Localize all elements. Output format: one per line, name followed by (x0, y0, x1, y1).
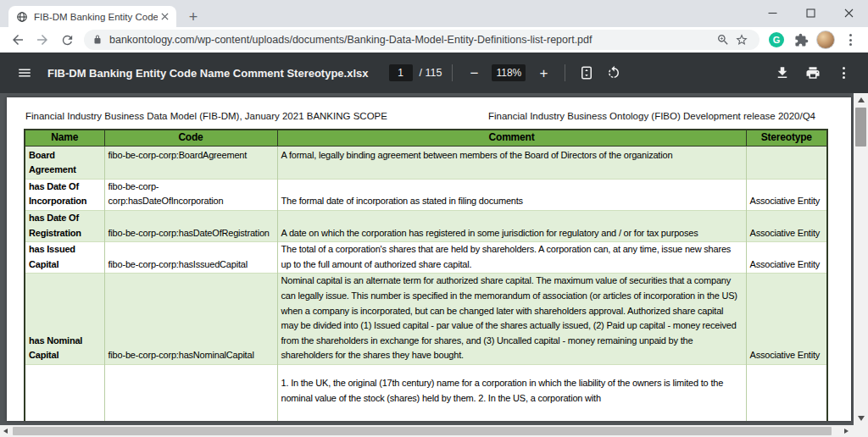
scrollbar-corner (854, 425, 868, 437)
table-row: has Date Of Registrationfibo-be-corp-cor… (25, 210, 827, 241)
table-row: has Nominal Capitalfibo-be-corp-corp:has… (25, 274, 827, 365)
table-row: 1. In the UK, the original (17th century… (25, 364, 827, 421)
cell-stereotype: Associative Entity (746, 274, 827, 365)
scroll-right-icon[interactable] (844, 429, 849, 434)
cell-code: fibo-be-corp-corp:hasNominalCapital (104, 274, 277, 365)
cell-code: fibo-be-corp-corp:hasDateOfRegistration (104, 210, 277, 241)
column-header: Code (104, 130, 277, 146)
vertical-scrollbar-thumb[interactable] (855, 108, 866, 147)
table-header-row: NameCodeCommentStereotype (25, 130, 827, 146)
cell-comment: A formal, legally binding agreement betw… (277, 146, 746, 179)
rotate-icon[interactable] (603, 62, 625, 84)
extensions-puzzle-icon[interactable] (790, 29, 812, 51)
zoom-in-page-icon[interactable] (714, 30, 732, 49)
column-header: Comment (277, 130, 746, 146)
browser-toolbar: bankontology.com/wp-content/uploads/docu… (0, 27, 868, 53)
cell-comment: The formal date of incorporation as stat… (277, 179, 746, 210)
horizontal-scrollbar[interactable] (0, 425, 854, 437)
cell-stereotype (746, 146, 827, 179)
close-button[interactable] (830, 0, 868, 26)
minimize-button[interactable] (754, 0, 792, 26)
lock-icon (92, 35, 103, 45)
fit-to-page-icon[interactable] (576, 62, 598, 84)
pdf-filename: FIB-DM Banking Entity Code Name Comment … (47, 67, 369, 80)
address-bar[interactable]: bankontology.com/wp-content/uploads/docu… (84, 30, 760, 50)
cell-code: fibo-be-corp-corp:hasIssuedCapital (104, 242, 277, 274)
cell-comment: Nominal capital is an alternate term for… (277, 274, 746, 365)
browser-menu-icon[interactable] (839, 29, 861, 51)
zoom-out-button[interactable]: − (463, 62, 485, 84)
tab-title: FIB-DM Banking Entity Code Nam (34, 12, 158, 22)
cell-comment: A date on which the corporation has regi… (277, 210, 746, 241)
cell-comment: 1. In the UK, the original (17th century… (277, 364, 746, 421)
print-icon[interactable] (802, 62, 824, 84)
title-bar: FIB-DM Banking Entity Code Nam + (0, 0, 868, 27)
zoom-level-input[interactable]: 118% (492, 64, 526, 81)
toolbar-separator (452, 64, 453, 81)
forward-icon[interactable] (31, 29, 53, 51)
horizontal-scrollbar-thumb[interactable] (13, 427, 832, 435)
cell-name (25, 364, 104, 421)
cell-code: fibo-be-corp-corp:BoardAgreement (104, 146, 277, 179)
scroll-up-icon[interactable] (858, 97, 865, 102)
cell-code (104, 364, 277, 421)
column-header: Name (25, 130, 104, 146)
cell-name: has Date Of Registration (25, 210, 104, 241)
document-header: Financial Industry Business Data Model (… (25, 111, 815, 121)
bookmark-star-icon[interactable] (732, 30, 751, 49)
pdf-more-menu-icon[interactable] (832, 62, 854, 84)
cell-name: has Nominal Capital (25, 274, 104, 365)
maximize-button[interactable] (792, 0, 830, 26)
column-header: Stereotype (746, 130, 827, 146)
cell-name: has Issued Capital (25, 242, 104, 274)
cell-code: fibo-be-corp-corp:hasDateOfIncorporation (104, 179, 277, 210)
back-icon[interactable] (7, 29, 29, 51)
profile-avatar[interactable] (815, 29, 837, 51)
new-tab-button[interactable]: + (183, 7, 203, 27)
document-header-right: Financial Industry Business Ontology (FI… (488, 111, 815, 121)
cell-stereotype: Associative Entity (746, 242, 827, 274)
pdf-page: Financial Industry Business Data Model (… (7, 97, 851, 421)
table-row: has Issued Capitalfibo-be-corp-corp:hasI… (25, 242, 827, 274)
cell-name: has Date Of Incorporation (25, 179, 104, 210)
cell-comment: The total of a corporation's shares that… (277, 242, 746, 274)
zoom-in-button[interactable]: + (532, 62, 554, 84)
download-icon[interactable] (771, 62, 793, 84)
scroll-left-icon[interactable] (3, 429, 8, 434)
browser-tab[interactable]: FIB-DM Banking Entity Code Nam (8, 6, 176, 27)
pdf-viewer-area: Financial Industry Business Data Model (… (0, 93, 868, 437)
table-row: Board Agreementfibo-be-corp-corp:BoardAg… (25, 146, 827, 179)
table-body: Board Agreementfibo-be-corp-corp:BoardAg… (25, 146, 827, 421)
cell-stereotype (746, 364, 827, 421)
entity-table: NameCodeCommentStereotype Board Agreemen… (24, 129, 828, 421)
page-number-input[interactable]: 1 (389, 64, 413, 81)
toolbar-separator (565, 64, 565, 81)
table-row: has Date Of Incorporationfibo-be-corp-co… (25, 179, 827, 210)
pdf-menu-hamburger-icon[interactable] (14, 62, 36, 84)
globe-favicon-icon (16, 11, 28, 23)
cell-stereotype: Associative Entity (746, 210, 827, 241)
url-text: bankontology.com/wp-content/uploads/docu… (109, 34, 714, 46)
page-count-label: / 115 (420, 67, 442, 79)
cell-stereotype: Associative Entity (746, 179, 827, 210)
document-header-left: Financial Industry Business Data Model (… (25, 111, 387, 121)
scroll-down-icon[interactable] (858, 416, 865, 421)
cell-name: Board Agreement (25, 146, 104, 179)
pdf-toolbar: FIB-DM Banking Entity Code Name Comment … (0, 53, 868, 93)
reload-icon[interactable] (56, 29, 78, 51)
grammarly-extension-icon[interactable]: G (765, 29, 787, 51)
tab-close-icon[interactable] (158, 10, 171, 24)
vertical-scrollbar[interactable] (854, 93, 868, 425)
